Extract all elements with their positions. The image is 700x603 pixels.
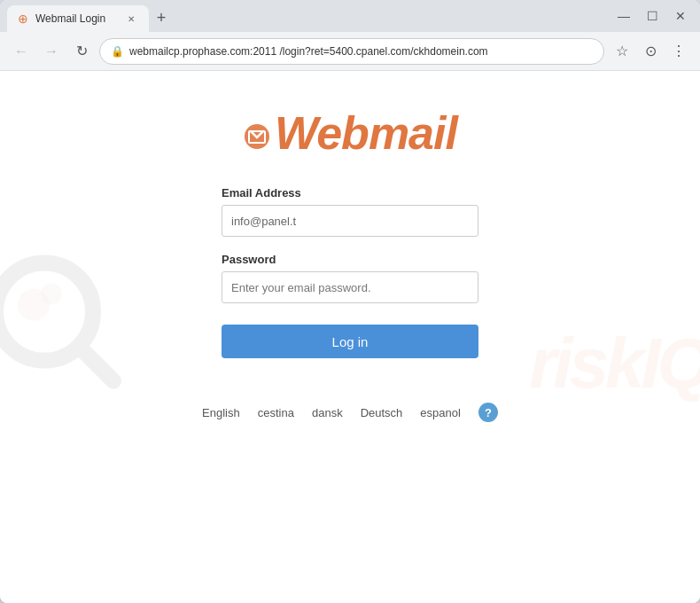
active-tab[interactable]: ⊕ Webmail Login ✕: [7, 5, 149, 32]
lang-english[interactable]: English: [202, 406, 240, 419]
lock-icon: 🔒: [111, 45, 124, 58]
email-label: Email Address: [222, 186, 478, 200]
toolbar: ← → ↻ 🔒 webmailcp.prophase.com:2011 /log…: [0, 32, 700, 71]
tab-bar: ⊕ Webmail Login ✕ +: [7, 0, 606, 32]
login-button[interactable]: Log in: [222, 325, 478, 358]
webmail-logo: Webmail: [243, 106, 457, 160]
window-controls: — ☐ ✕: [611, 4, 693, 28]
tab-favicon-icon: ⊕: [18, 12, 28, 26]
address-url: webmailcp.prophase.com:2011 /login?ret=5…: [129, 45, 593, 58]
page-content: riskIQ Webmail Email Address Password: [0, 71, 700, 603]
password-form-group: Password: [222, 253, 478, 303]
email-input[interactable]: [222, 205, 478, 237]
new-tab-button[interactable]: +: [149, 5, 174, 30]
title-bar: ⊕ Webmail Login ✕ + — ☐ ✕: [0, 0, 700, 32]
address-bar[interactable]: 🔒 webmailcp.prophase.com:2011 /login?ret…: [99, 38, 604, 65]
email-form-group: Email Address: [222, 186, 478, 237]
menu-icon[interactable]: ⋮: [666, 39, 691, 64]
tab-close-button[interactable]: ✕: [124, 12, 138, 26]
language-bar: English cestina dansk Deutsch espanol ?: [184, 376, 516, 440]
lang-cestina[interactable]: cestina: [258, 406, 294, 419]
lang-deutsch[interactable]: Deutsch: [361, 406, 403, 419]
back-button[interactable]: ←: [9, 39, 34, 64]
logo-text: Webmail: [275, 107, 457, 159]
refresh-button[interactable]: ↻: [69, 39, 94, 64]
language-help-icon[interactable]: ?: [478, 403, 498, 422]
minimize-button[interactable]: —: [611, 4, 636, 28]
lang-dansk[interactable]: dansk: [312, 406, 343, 419]
forward-button[interactable]: →: [39, 39, 64, 64]
browser-window: ⊕ Webmail Login ✕ + — ☐ ✕ ← → ↻ 🔒 webmai…: [0, 0, 700, 603]
lang-espanol[interactable]: espanol: [420, 406, 461, 419]
profile-icon[interactable]: ⊙: [638, 39, 663, 64]
maximize-button[interactable]: ☐: [640, 4, 665, 28]
password-input[interactable]: [222, 271, 478, 303]
toolbar-icons: ☆ ⊙ ⋮: [610, 39, 691, 64]
close-button[interactable]: ✕: [668, 4, 693, 28]
login-container: Webmail Email Address Password Log in: [0, 71, 700, 376]
bookmark-icon[interactable]: ☆: [610, 39, 634, 64]
password-label: Password: [222, 253, 478, 266]
tab-title: Webmail Login: [35, 12, 117, 25]
